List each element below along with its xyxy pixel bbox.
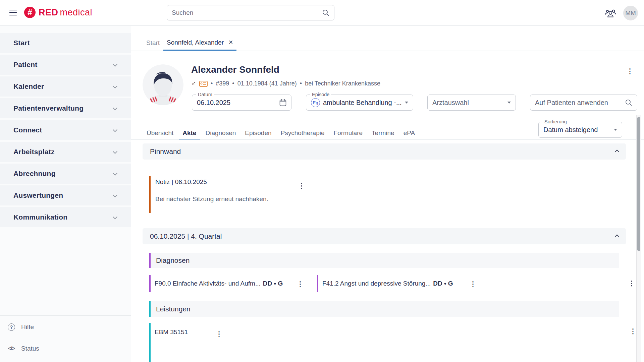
app-root: # REDmedical MM Start [0,0,644,362]
subsection-title: Diagnosen [156,256,190,264]
sidebar-item-label: Patient [13,61,37,69]
sidebar-item-label: Auswertungen [13,191,63,199]
workspace-tab-label: Start [146,39,160,47]
close-tab-icon[interactable]: ✕ [228,39,233,46]
diagnosis-menu-kebab-icon[interactable]: ⋮ [297,281,304,287]
status-link[interactable]: </> Status [0,343,131,354]
scrollbar-thumb[interactable] [637,117,640,251]
search-icon[interactable] [625,99,632,106]
episode-value: ambulante Behandlung -... [323,99,402,107]
patient-group-icon[interactable] [604,9,616,18]
scrollbar-track[interactable] [636,115,641,362]
sidebar-item-label: Start [13,39,30,47]
section-header-quartal[interactable]: 06.10.2025 | 4. Quartal [143,228,626,244]
leistung-item: EBM 35151 ⋮ ⋮ [149,323,619,362]
chevron-down-icon [113,171,117,176]
chevron-down-icon [113,215,117,219]
apply-to-patients-input[interactable] [535,99,615,107]
sort-value: Datum absteigend [543,126,598,134]
search-icon[interactable] [322,9,329,16]
section-title: Pinnwand [150,147,181,156]
code-icon: </> [8,346,15,352]
leistung-menu-kebab-icon[interactable]: ⋮ [216,330,222,337]
user-avatar[interactable]: MM [623,6,638,20]
meta-separator: • [232,80,234,87]
sidebar-item-label: Arbeitsplatz [13,148,55,156]
sidebar-item-connect[interactable]: Connect [0,120,131,140]
sidebar-item-abrechnung[interactable]: Abrechnung [0,164,131,184]
sidebar-item-label: Abrechnung [13,170,56,178]
episode-select[interactable]: Episode Eg ambulante Behandlung -... [306,95,413,111]
diagnosis-flag: DD • G [263,280,283,287]
section-title: 06.10.2025 | 4. Quartal [150,232,222,240]
sidebar-item-start[interactable]: Start [0,33,131,53]
calendar-icon[interactable] [279,99,286,106]
diagnosis-flag: DD • G [433,280,453,287]
meta-separator: • [300,80,302,87]
sidebar-item-label: Kalender [13,82,44,90]
leistung-row-kebab-icon[interactable]: ⋮ [630,328,636,335]
section-header-pinnwand[interactable]: Pinnwand [143,143,626,160]
sidebar-item-label: Connect [13,126,42,134]
patient-id: #399 [216,80,229,87]
workspace-tab-label: Sonnfeld, Alexander [167,39,224,46]
date-field[interactable]: Datum [192,95,291,111]
patient-menu-kebab-icon[interactable]: ⋮ [627,68,633,74]
episode-eg-badge: Eg [311,98,320,107]
apply-to-patients-search[interactable] [530,95,637,111]
hamburger-menu-icon[interactable] [9,10,17,16]
global-search[interactable] [167,5,334,20]
sidebar-nav: Start Patient Kalender Patientenverwaltu… [0,26,131,227]
diagnosis-item[interactable]: F41.2 Angst und depressive Störung... DD… [317,275,461,292]
chevron-down-icon [113,106,117,110]
patient-meta: ♂ • #399 • 01.10.1984 (41 Jahre) • bei T… [191,80,380,87]
note-body: Bei nächster Sitzung erneut nachhaken. [155,195,428,203]
subsection-header-leistungen: Leistungen [149,301,619,317]
chevron-up-icon[interactable] [615,234,619,239]
help-link[interactable]: ? Hilfe [0,321,131,333]
global-search-input[interactable] [172,9,322,16]
male-gender-icon: ♂ [191,80,196,87]
caret-down-icon [405,102,408,104]
diagnosis-row-kebab-icon[interactable]: ⋮ [628,280,635,287]
sidebar: Start Patient Kalender Patientenverwaltu… [0,26,131,362]
diagnosis-row: F90.0 Einfache Aktivitäts- und Aufm... D… [149,275,619,292]
patient-birthdate: 01.10.1984 (41 Jahre) [237,80,297,87]
diagnosis-item[interactable]: F90.0 Einfache Aktivitäts- und Aufm... D… [149,275,293,292]
caret-down-icon [507,102,511,104]
episode-select-label: Episode [310,92,331,97]
doctor-select[interactable]: Arztauswahl [427,95,516,111]
chevron-down-icon [113,149,117,154]
chevron-down-icon [113,84,117,88]
sidebar-item-kalender[interactable]: Kalender [0,76,131,97]
caret-down-icon [614,129,617,131]
chevron-up-icon[interactable] [615,149,619,154]
sidebar-item-auswertungen[interactable]: Auswertungen [0,185,131,205]
leistung-text[interactable]: EBM 35151 [155,328,188,336]
chevron-down-icon [113,193,117,197]
sidebar-item-arbeitsplatz[interactable]: Arbeitsplatz [0,142,131,162]
doctor-select-placeholder: Arztauswahl [432,99,469,107]
workspace-tab-patient[interactable]: Sonnfeld, Alexander ✕ [163,35,236,51]
sidebar-item-kommunikation[interactable]: Kommunikation [0,207,131,227]
chevron-down-icon [113,127,117,132]
sidebar-item-patientenverwaltung[interactable]: Patientenverwaltung [0,98,131,118]
workspace-tab-start[interactable]: Start [143,35,163,51]
logo-brand-light: medical [60,7,93,17]
record-scroll-area: Sortierung Datum absteigend Pinnwand Not… [131,115,644,362]
logo-hash-icon: # [24,7,36,18]
note-menu-kebab-icon[interactable]: ⋮ [298,182,305,189]
note-title: Notiz | 06.10.2025 [155,178,428,186]
chevron-down-icon [113,62,117,67]
main-content: Start Sonnfeld, Alexander ✕ [131,26,644,362]
sort-select[interactable]: Sortierung Datum absteigend [538,122,622,138]
subsection-title: Leistungen [156,305,191,313]
diagnosis-text: F90.0 Einfache Aktivitäts- und Aufm... [155,280,261,287]
pinnwand-note-card: Notiz | 06.10.2025 ⋮ Bei nächster Sitzun… [149,176,428,213]
diagnosis-text: F41.2 Angst und depressive Störung... [322,280,431,287]
sidebar-item-patient[interactable]: Patient [0,55,131,75]
patient-insurance: bei Techniker Krankenkasse [305,80,380,87]
date-input[interactable] [197,99,264,107]
diagnosis-menu-kebab-icon[interactable]: ⋮ [470,281,476,287]
insurance-card-icon [199,81,208,87]
